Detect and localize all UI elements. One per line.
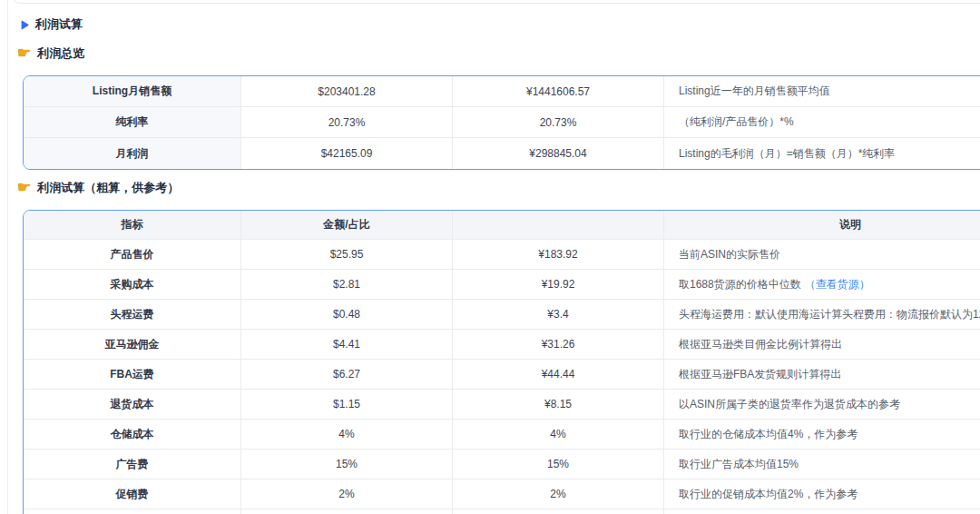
subsection-header-profit-overview: ☛ 利润总览: [17, 45, 84, 62]
note-text: 头程海运费用：默认使用海运计算头程费用：物流报价默认为12。: [679, 307, 980, 322]
row-label: 采购成本: [24, 270, 241, 300]
row-label: 广告费: [24, 450, 241, 479]
view-supply-link[interactable]: （查看货源）: [805, 277, 870, 292]
row-label: 月利润: [24, 138, 241, 169]
usd-value: 15%: [241, 450, 453, 479]
usd-value: 2%: [241, 479, 453, 509]
row-note: 以ASIN所属子类的退货率作为退货成本的参考: [664, 390, 980, 420]
row-label: FBA运费: [24, 360, 241, 390]
table-row: 采购成本 $2.81 ¥19.92 取1688货源的价格中位数 （查看货源）: [24, 270, 980, 300]
note-text: 根据亚马逊FBA发货规则计算得出: [679, 367, 841, 382]
note-text: Listing近一年的月销售额平均值: [679, 84, 830, 99]
calc-title: 利润试算（粗算，供参考）: [37, 180, 179, 196]
row-label: 产品售价: [24, 240, 241, 270]
row-note: （纯利润/产品售价）*%: [664, 107, 980, 138]
cny-value: ¥1441606.57: [453, 76, 664, 107]
cny-value: ¥8.15: [453, 390, 664, 420]
usd-value: $203401.28: [241, 76, 453, 107]
row-note: 取行业的仓储成本均值4%，作为参考: [664, 420, 980, 450]
profit-overview-table: Listing月销售额 $203401.28 ¥1441606.57 Listi…: [23, 75, 980, 170]
row-label: 退货成本: [24, 390, 241, 420]
note-text: 根据亚马逊类目佣金比例计算得出: [679, 337, 842, 352]
row-label: Listing月销售额: [24, 76, 241, 107]
cny-value: 20.73%: [453, 107, 664, 138]
table-row: Listing月销售额 $203401.28 ¥1441606.57 Listi…: [24, 76, 980, 107]
calc-table-header-row: 指标 金额/占比 说明: [24, 211, 980, 240]
cny-value: 2%: [453, 479, 664, 509]
left-panel-divider: [7, 0, 8, 514]
note-text: Listing的毛利润（月）=销售额（月）*纯利率: [679, 146, 895, 162]
cny-value: ¥298845.04: [453, 138, 664, 169]
table-row: 月利润 $42165.09 ¥298845.04 Listing的毛利润（月）=…: [24, 138, 980, 169]
cny-value: ¥31.26: [453, 330, 664, 360]
cny-value: ¥44.44: [453, 360, 664, 390]
row-note: Listing近一年的月销售额平均值: [664, 76, 980, 107]
row-note: 头程海运费用：默认使用海运计算头程费用：物流报价默认为12。: [664, 300, 980, 330]
cny-value: ¥3.4: [453, 300, 664, 330]
table-row: 退货成本 $1.15 ¥8.15 以ASIN所属子类的退货率作为退货成本的参考: [24, 390, 980, 420]
profit-estimate-panel: 利润试算 ☛ 利润总览 Listing月销售额 $203401.28 ¥1441…: [0, 0, 980, 514]
row-note: Listing的毛利润（月）=销售额（月）*纯利率: [664, 138, 980, 169]
table-row: 促销费 2% 2% 取行业的促销成本均值2%，作为参考: [24, 479, 980, 509]
pointing-hand-icon: ☛: [17, 45, 31, 61]
note-text: （纯利润/产品售价）*%: [679, 114, 794, 130]
cny-value: ¥183.92: [453, 240, 664, 270]
usd-value: $42165.09: [241, 138, 453, 169]
row-label: 头程运费: [24, 300, 241, 330]
overview-table-body: Listing月销售额 $203401.28 ¥1441606.57 Listi…: [24, 76, 980, 169]
profit-calc-table: 指标 金额/占比 说明 产品售价 $25.95 ¥183.92 当前ASIN的实…: [23, 210, 980, 514]
row-note: 当前ASIN的实际售价: [664, 240, 980, 270]
row-label: 亚马逊佣金: [24, 330, 241, 360]
table-row: FBA运费 $6.27 ¥44.44 根据亚马逊FBA发货规则计算得出: [24, 360, 980, 390]
column-header-description: 说明: [664, 211, 980, 240]
section-title: 利润试算: [35, 16, 83, 33]
usd-value: $2.81: [241, 270, 453, 300]
previous-card-bottom-edge: [13, 0, 980, 4]
row-note: 取行业的促销成本均值2%，作为参考: [664, 479, 980, 509]
row-label: 纯利率: [24, 107, 241, 138]
row-label: 促销费: [24, 479, 241, 509]
note-text: 取1688货源的价格中位数: [679, 277, 801, 292]
cny-value: 15%: [453, 450, 664, 479]
row-note: 取1688货源的价格中位数 （查看货源）: [664, 270, 980, 300]
calc-table-body: 产品售价 $25.95 ¥183.92 当前ASIN的实际售价 采购成本 $2.…: [24, 240, 980, 509]
overview-title: 利润总览: [37, 45, 84, 62]
row-label: 仓储成本: [24, 420, 241, 450]
column-header-amount: 金额/占比: [241, 211, 453, 240]
usd-value: $6.27: [241, 360, 453, 390]
pointing-hand-icon: ☛: [17, 180, 31, 195]
row-note: 根据亚马逊FBA发货规则计算得出: [664, 360, 980, 390]
note-text: 当前ASIN的实际售价: [679, 247, 780, 262]
usd-value: $0.48: [241, 300, 453, 330]
cny-value: ¥19.92: [453, 270, 664, 300]
table-row: 产品售价 $25.95 ¥183.92 当前ASIN的实际售价: [24, 240, 980, 270]
note-text: 以ASIN所属子类的退货率作为退货成本的参考: [679, 397, 900, 412]
cny-value: 4%: [453, 420, 664, 450]
row-note: 取行业广告成本均值15%: [664, 450, 980, 479]
usd-value: $1.15: [241, 390, 453, 420]
table-row-partial: [24, 509, 980, 514]
note-text: 取行业的促销成本均值2%，作为参考: [679, 487, 858, 502]
usd-value: $4.41: [241, 330, 453, 360]
usd-value: 4%: [241, 420, 453, 450]
note-text: 取行业广告成本均值15%: [679, 457, 799, 472]
note-text: 取行业的仓储成本均值4%，作为参考: [679, 427, 858, 442]
usd-value: $25.95: [241, 240, 453, 270]
triangle-expand-icon: [21, 20, 29, 30]
table-row: 头程运费 $0.48 ¥3.4 头程海运费用：默认使用海运计算头程费用：物流报价…: [24, 300, 980, 330]
subsection-header-profit-calc: ☛ 利润试算（粗算，供参考）: [17, 180, 179, 196]
table-row: 纯利率 20.73% 20.73% （纯利润/产品售价）*%: [24, 107, 980, 138]
row-note: 根据亚马逊类目佣金比例计算得出: [664, 330, 980, 360]
table-row: 广告费 15% 15% 取行业广告成本均值15%: [24, 450, 980, 479]
table-row: 亚马逊佣金 $4.41 ¥31.26 根据亚马逊类目佣金比例计算得出: [24, 330, 980, 360]
column-header-blank: [453, 211, 664, 240]
section-header-profit-estimate[interactable]: 利润试算: [21, 16, 83, 33]
usd-value: 20.73%: [241, 107, 453, 138]
table-row: 仓储成本 4% 4% 取行业的仓储成本均值4%，作为参考: [24, 420, 980, 450]
column-header-metric: 指标: [24, 211, 241, 240]
